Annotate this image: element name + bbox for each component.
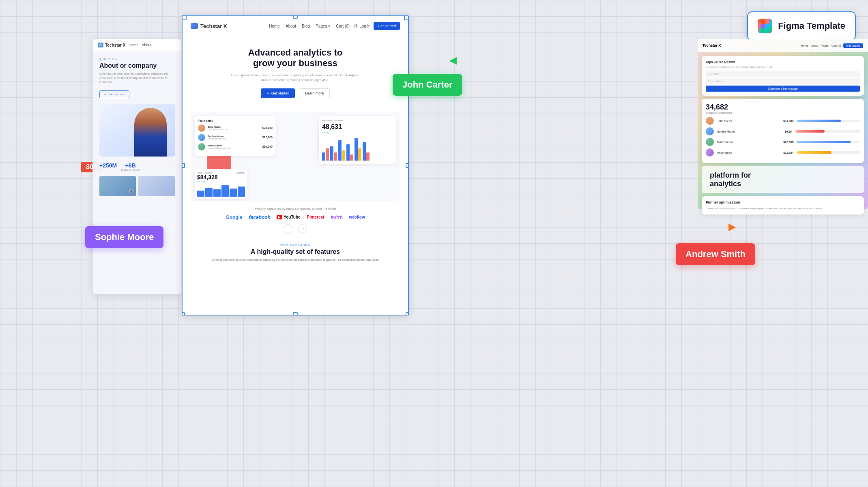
- rd-avatar-sophie: [706, 127, 714, 135]
- lp-description: Lorem ipsum dolor sit amet, consectetur …: [99, 72, 175, 85]
- green-cursor-arrow: ▶: [449, 56, 457, 67]
- right-nav-pages[interactable]: Pages: [821, 44, 829, 47]
- handle-mr[interactable]: [406, 163, 409, 168]
- chart-num: 34,682: [706, 103, 860, 112]
- nav-about[interactable]: About: [286, 24, 296, 28]
- left-nav-home[interactable]: Home: [129, 43, 138, 47]
- left-panel-nav: Techstar X Home About: [93, 39, 181, 51]
- carousel-nav: ← →: [191, 220, 400, 237]
- right-logo: Techstar X: [703, 43, 721, 47]
- signup-email-field[interactable]: Email address: [706, 78, 860, 84]
- signup-name-field[interactable]: Full name: [706, 71, 860, 77]
- brand-logos: Google facebook ▶ YouTube Pinterest twit…: [191, 215, 400, 220]
- site-nav: Techstar X Home About Blog Pages ▾ Cart …: [183, 16, 408, 36]
- svg-point-6: [765, 24, 769, 28]
- nav-links: Home About Blog Pages ▾ Cart (0): [269, 24, 350, 28]
- traffic-chart: Top Traffic Sources 48,631 +8.4%: [319, 116, 396, 164]
- chart-card: 34,682 Analytics Dashboard John Carter $…: [702, 99, 864, 163]
- right-nav-cart[interactable]: Cart (0): [831, 44, 841, 47]
- hero-learn-more-btn[interactable]: Learn more: [299, 88, 330, 98]
- rd-avatar-matt: [706, 138, 714, 146]
- right-nav-home[interactable]: Home: [801, 44, 809, 47]
- site-hero: Advanced analytics to grow your business…: [183, 36, 408, 112]
- person-silhouette: [134, 108, 167, 157]
- dash-row-2: Sophie Moore smo@techstars.com $22,000: [198, 134, 273, 141]
- right-signin-btn[interactable]: Get started: [843, 43, 863, 48]
- features-subtitle: OUR FEATURES: [191, 243, 400, 247]
- stat-250m: +250M: [99, 162, 117, 171]
- traffic-bars: [322, 136, 393, 161]
- nav-pages[interactable]: Pages ▾: [316, 24, 330, 28]
- nav-login[interactable]: Log in: [354, 24, 370, 28]
- figma-badge-text: Figma Template: [778, 21, 845, 31]
- funnel-card: Funnel optimization Lorem ipsum dolor si…: [702, 196, 864, 214]
- brand-webflow: webflow: [349, 215, 365, 219]
- stat-6b: +6B Events per month: [121, 162, 140, 171]
- left-logo-text: Techstar X: [105, 43, 125, 47]
- left-panel-logo: Techstar X: [98, 43, 125, 47]
- carousel-prev[interactable]: ←: [284, 224, 292, 233]
- left-panel: Techstar X Home About ABOUT US About or …: [92, 39, 182, 294]
- right-nav: Techstar X Home About Pages Cart (0) Get…: [698, 39, 868, 52]
- brand-pinterest: Pinterest: [307, 215, 324, 219]
- traffic-up: +8.4%: [322, 131, 393, 134]
- avatar-sophie: [198, 134, 205, 141]
- handle-mb[interactable]: [293, 312, 298, 315]
- hero-title: Advanced analytics to grow your business: [195, 47, 396, 69]
- svg-rect-5: [761, 28, 765, 32]
- traffic-num: 48,631: [322, 123, 393, 131]
- signup-title: Sign up for a demo: [706, 60, 860, 64]
- features-desc: Lorem ipsum dolor sit amet, consectetur …: [191, 258, 400, 262]
- signup-card: Sign up for a demo Lorem ipsum dolor sit…: [702, 56, 864, 96]
- figma-badge: Figma Template: [747, 11, 856, 41]
- right-main: Sign up for a demo Lorem ipsum dolor sit…: [698, 52, 868, 219]
- figma-icon: [758, 19, 772, 33]
- rd-avatar-john: [706, 117, 714, 125]
- svg-rect-2: [761, 19, 765, 24]
- svg-point-1: [355, 24, 357, 26]
- stat-6b-num: +6B: [121, 162, 140, 169]
- site-logo: Techstar X: [191, 23, 227, 29]
- brand-facebook: facebook: [249, 215, 271, 220]
- funnel-desc: Lorem ipsum dolor sit amet, consectetur …: [706, 207, 860, 210]
- revenue-up: +6.49%: [197, 180, 245, 183]
- handle-mt[interactable]: [293, 15, 298, 19]
- features-section: OUR FEATURES A high-quality set of featu…: [183, 237, 408, 262]
- gallery-item-2: [138, 176, 175, 196]
- supported-section: Proudly supported by many companies arou…: [183, 201, 408, 237]
- handle-ml[interactable]: [182, 163, 185, 168]
- lp-gallery: 👤 Nov: [99, 176, 175, 196]
- site-logo-text: Techstar X: [200, 23, 227, 29]
- sophie-moore-label: Sophie Moore: [85, 226, 163, 248]
- nav-getstarted-btn[interactable]: Get started: [374, 22, 400, 30]
- lp-stats: +250M +6B Events per month: [99, 162, 175, 171]
- right-nav-about[interactable]: About: [811, 44, 818, 47]
- handle-br[interactable]: [406, 312, 409, 315]
- left-nav-about[interactable]: About: [142, 43, 151, 47]
- about-label: ABOUT US: [99, 58, 175, 60]
- handle-bl[interactable]: [182, 312, 185, 315]
- dashboard-mockup: Team sales John Carter carter@techstars.…: [191, 112, 400, 201]
- rd-row-matt: Matt Cannon $20,595: [706, 138, 860, 146]
- analytics-text: platform foranalytics: [706, 169, 860, 191]
- rd-avatar-andy: [706, 148, 714, 157]
- hero-get-started-btn[interactable]: ✦ Get started: [261, 88, 295, 98]
- right-panel: Techstar X Home About Pages Cart (0) Get…: [698, 39, 868, 294]
- supported-text: Proudly supported by many companies arou…: [191, 207, 400, 210]
- nav-home[interactable]: Home: [269, 24, 280, 28]
- avatar-matt: [198, 143, 205, 150]
- carousel-next[interactable]: →: [298, 224, 307, 233]
- signup-submit-btn[interactable]: Schedule a Demo page: [706, 86, 860, 92]
- hero-desc: Lorem ipsum dolor sit amet, consectetur …: [230, 73, 360, 83]
- svg-rect-3: [765, 19, 769, 24]
- revenue-amount: $84,328: [197, 174, 245, 180]
- team-sales-title: Team sales: [198, 119, 273, 122]
- signup-hint: Lorem ipsum dolor sit amet consectetur a…: [706, 65, 860, 69]
- nav-cart[interactable]: Cart (0): [336, 24, 350, 28]
- john-carter-label: John Carter: [393, 74, 462, 96]
- rd-row-sophie: Sophie Moore $6,9K: [706, 127, 860, 135]
- nav-blog[interactable]: Blog: [302, 24, 310, 28]
- team-sales-table: Team sales John Carter carter@techstars.…: [195, 116, 276, 156]
- join-btn[interactable]: ✦ Join our team: [99, 90, 129, 98]
- avatar-john: [198, 124, 205, 132]
